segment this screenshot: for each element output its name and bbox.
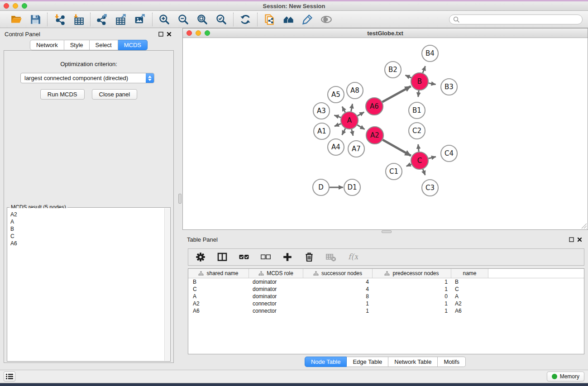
graph-node-A6[interactable]: A6 xyxy=(366,98,383,115)
graph-edge-A-A2[interactable] xyxy=(357,125,364,129)
zoom-selected-button[interactable] xyxy=(215,13,228,26)
graph-node-C3[interactable]: C3 xyxy=(422,180,438,196)
network-snapshot-button[interactable] xyxy=(263,13,276,26)
graph-edge-C-C1[interactable] xyxy=(406,164,411,167)
graph-node-B3[interactable]: B3 xyxy=(441,79,457,95)
search-field[interactable] xyxy=(449,14,583,24)
eye-button[interactable] xyxy=(320,13,333,26)
mcds-result-item[interactable]: A2 xyxy=(10,211,164,218)
network-canvas[interactable]: AA1A2A3A4A5A6A7A8BB1B2B3B4CC1C2C3C4DD1 xyxy=(183,38,588,229)
table-row[interactable]: Cdominator41C xyxy=(188,286,584,293)
run-mcds-button[interactable]: Run MCDS xyxy=(40,89,85,100)
graph-edge-C-C4[interactable] xyxy=(428,157,435,158)
open-session-button[interactable] xyxy=(10,13,23,26)
function-builder-button[interactable]: f(x) xyxy=(347,251,359,263)
graph-node-A8[interactable]: A8 xyxy=(347,82,363,99)
tab-select[interactable]: Select xyxy=(90,40,118,50)
graph-edge-A2-C[interactable] xyxy=(382,140,411,156)
graph-edge-A-A6[interactable] xyxy=(357,112,364,116)
graph-edge-C-C2[interactable] xyxy=(418,144,419,152)
graph-node-C4[interactable]: C4 xyxy=(441,145,457,162)
close-panel-icon[interactable] xyxy=(575,236,583,243)
hide-panels-button[interactable] xyxy=(282,13,295,26)
graph-edge-B-B1[interactable] xyxy=(418,91,419,97)
column-header-MCDS-role[interactable]: MCDS role xyxy=(249,269,303,278)
table-row[interactable]: A6connector11A6 xyxy=(188,307,584,315)
splitter-grip[interactable] xyxy=(382,230,392,233)
tab-motifs[interactable]: Motifs xyxy=(438,357,466,367)
apply-layout-button[interactable] xyxy=(239,13,252,26)
mcds-result-item[interactable]: B xyxy=(10,225,164,233)
zoom-fit-button[interactable] xyxy=(196,13,209,26)
float-panel-icon[interactable] xyxy=(567,236,575,243)
graph-node-B4[interactable]: B4 xyxy=(422,45,438,62)
vertical-splitter[interactable] xyxy=(177,28,182,370)
close-panel-icon[interactable] xyxy=(165,30,173,38)
graph-edge-B-B3[interactable] xyxy=(429,83,436,85)
table-row[interactable]: Bdominator41B xyxy=(188,278,584,286)
graph-node-A5[interactable]: A5 xyxy=(328,86,344,103)
graph-node-A7[interactable]: A7 xyxy=(348,141,364,157)
export-network-button[interactable] xyxy=(96,13,109,26)
float-panel-icon[interactable] xyxy=(157,30,165,38)
table-row[interactable]: Adominator80A xyxy=(188,293,584,300)
mcds-result-item[interactable]: C xyxy=(10,233,164,240)
export-image-button[interactable] xyxy=(134,13,147,26)
mcds-result-list[interactable]: A2ABCA6 xyxy=(8,208,164,361)
graph-node-C1[interactable]: C1 xyxy=(386,163,402,180)
graph-node-C[interactable]: C xyxy=(411,152,428,169)
graph-edge-B-B4[interactable] xyxy=(423,66,425,73)
add-column-button[interactable] xyxy=(282,251,293,263)
network-graph[interactable]: AA1A2A3A4A5A6A7A8BB1B2B3B4CC1C2C3C4DD1 xyxy=(183,38,588,229)
column-header-successor-nodes[interactable]: successor nodes xyxy=(303,269,373,278)
mcds-result-item[interactable]: A6 xyxy=(10,240,164,247)
deselect-all-button[interactable] xyxy=(260,251,272,263)
horizontal-splitter[interactable] xyxy=(182,230,588,234)
delete-table-button[interactable] xyxy=(325,251,337,263)
graph-node-D[interactable]: D xyxy=(313,179,329,195)
graph-node-B1[interactable]: B1 xyxy=(409,102,425,119)
graph-edge-B-B2[interactable] xyxy=(405,75,411,78)
graph-node-A[interactable]: A xyxy=(341,112,358,129)
tab-style[interactable]: Style xyxy=(64,40,90,50)
import-network-button[interactable] xyxy=(53,13,66,26)
annotation-marker-button[interactable] xyxy=(301,13,314,26)
graph-node-A3[interactable]: A3 xyxy=(313,103,330,119)
zoom-out-button[interactable] xyxy=(177,13,190,26)
graph-node-D1[interactable]: D1 xyxy=(344,179,360,195)
delete-column-button[interactable] xyxy=(303,251,315,263)
save-session-button[interactable] xyxy=(29,13,42,26)
memory-button[interactable]: Memory xyxy=(547,372,584,381)
export-table-button[interactable] xyxy=(115,13,128,26)
graph-edge-A-A3[interactable] xyxy=(334,115,341,118)
search-input[interactable] xyxy=(461,16,578,23)
graph-node-B2[interactable]: B2 xyxy=(385,62,401,78)
optimization-criterion-select[interactable]: largest connected component (directed) xyxy=(20,73,154,83)
graph-edge-A-A8[interactable] xyxy=(351,104,353,112)
graph-node-C2[interactable]: C2 xyxy=(409,123,425,139)
settings-gear-button[interactable] xyxy=(195,251,206,263)
column-header-name[interactable]: name xyxy=(451,269,488,278)
graph-edge-A-A1[interactable] xyxy=(335,124,341,126)
graph-edge-A-A7[interactable] xyxy=(352,129,353,135)
graph-node-A4[interactable]: A4 xyxy=(328,139,344,155)
close-panel-button[interactable]: Close panel xyxy=(92,89,138,100)
mcds-result-item[interactable]: A xyxy=(10,218,164,225)
tab-edge-table[interactable]: Edge Table xyxy=(347,357,388,367)
import-table-button[interactable] xyxy=(72,13,85,26)
graph-edge-C-C3[interactable] xyxy=(423,169,425,175)
graph-edge-A6-B[interactable] xyxy=(382,86,411,102)
tab-node-table[interactable]: Node Table xyxy=(305,357,347,367)
split-panel-button[interactable] xyxy=(216,251,228,263)
zoom-in-button[interactable] xyxy=(158,13,171,26)
task-history-button[interactable] xyxy=(4,372,15,381)
graph-edge-A-A4[interactable] xyxy=(342,129,345,135)
tab-mcds[interactable]: MCDS xyxy=(118,40,148,50)
table-row[interactable]: A2connector11A2 xyxy=(188,300,584,307)
graph-node-A1[interactable]: A1 xyxy=(314,123,330,139)
resize-grip-icon[interactable] xyxy=(581,223,587,229)
graph-node-B[interactable]: B xyxy=(411,73,428,90)
graph-edge-A-A5[interactable] xyxy=(342,107,345,113)
splitter-grip[interactable] xyxy=(178,194,182,204)
select-all-button[interactable] xyxy=(238,251,250,263)
